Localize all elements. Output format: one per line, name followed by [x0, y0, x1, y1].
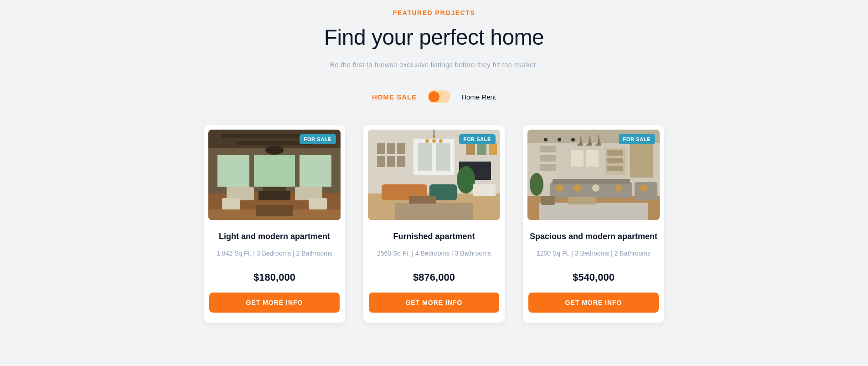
svg-rect-42	[395, 203, 473, 220]
svg-rect-55	[571, 150, 584, 167]
get-more-info-button[interactable]: GET MORE INFO	[369, 293, 499, 313]
svg-point-36	[439, 139, 443, 143]
svg-rect-25	[377, 156, 385, 167]
listing-price: $180,000	[208, 272, 341, 283]
listing-title: Light and modern apartment	[208, 232, 341, 241]
listing-image: FOR SALE	[208, 130, 341, 220]
listing-badge: FOR SALE	[619, 134, 655, 144]
svg-rect-45	[539, 203, 648, 220]
svg-point-47	[544, 138, 548, 141]
toggle-label-rent[interactable]: Home Rent	[461, 93, 496, 101]
svg-rect-13	[222, 198, 240, 209]
listing-card: FOR SALE Furnished apartment 2560 Sq Ft.…	[363, 125, 505, 323]
svg-rect-58	[607, 150, 623, 156]
svg-rect-53	[540, 155, 556, 162]
svg-rect-70	[568, 197, 596, 204]
toggle-knob	[429, 91, 439, 102]
listing-image: FOR SALE	[527, 130, 660, 220]
svg-point-64	[556, 184, 563, 192]
svg-rect-14	[309, 198, 327, 209]
svg-point-69	[640, 184, 647, 192]
svg-rect-40	[473, 184, 496, 196]
svg-point-32	[433, 135, 435, 138]
svg-rect-52	[540, 146, 556, 152]
svg-rect-29	[477, 143, 486, 155]
svg-rect-6	[217, 155, 249, 187]
svg-point-5	[265, 146, 284, 155]
svg-rect-16	[256, 205, 293, 216]
svg-rect-60	[607, 166, 623, 171]
svg-rect-28	[466, 143, 475, 155]
toggle-label-sale[interactable]: HOME SALE	[372, 93, 417, 101]
listing-card: FOR SALE Light and modern apartment 1,84…	[204, 125, 345, 323]
listing-price: $876,000	[368, 272, 500, 283]
svg-rect-30	[489, 143, 497, 155]
listing-specs: 1200 Sq Ft. | 3 Bedrooms | 2 Bathrooms	[527, 250, 660, 257]
listing-specs: 1,842 Sq Ft. | 3 Bedrooms | 2 Bathrooms	[208, 250, 341, 257]
svg-rect-21	[436, 143, 450, 171]
svg-rect-23	[387, 143, 395, 154]
sale-rent-toggle-row: HOME SALE Home Rent	[0, 90, 868, 103]
svg-rect-27	[397, 156, 405, 167]
svg-rect-24	[397, 143, 405, 154]
svg-rect-11	[258, 191, 290, 200]
svg-point-34	[425, 139, 429, 143]
svg-point-48	[558, 138, 561, 141]
svg-rect-12	[263, 187, 286, 191]
svg-rect-71	[541, 196, 555, 205]
sale-rent-toggle[interactable]	[428, 90, 450, 103]
svg-point-37	[457, 166, 475, 193]
svg-rect-8	[300, 155, 331, 187]
listing-badge: FOR SALE	[300, 134, 336, 144]
svg-point-66	[592, 184, 599, 192]
listing-title: Spacious and modern apartment	[527, 232, 660, 241]
svg-rect-59	[607, 158, 623, 163]
listing-price: $540,000	[527, 272, 660, 283]
svg-rect-63	[553, 179, 630, 184]
svg-point-65	[574, 184, 581, 192]
section-title: Find your perfect home	[0, 25, 868, 50]
get-more-info-button[interactable]: GET MORE INFO	[528, 293, 659, 313]
listing-title: Furnished apartment	[368, 232, 500, 241]
listing-image: FOR SALE	[368, 130, 500, 220]
svg-point-61	[530, 173, 543, 196]
svg-rect-7	[254, 155, 295, 187]
svg-rect-20	[418, 143, 432, 171]
svg-point-35	[432, 139, 436, 143]
svg-point-49	[571, 138, 575, 141]
listing-badge: FOR SALE	[459, 134, 496, 144]
svg-point-67	[615, 184, 622, 192]
svg-rect-54	[540, 164, 556, 171]
svg-rect-56	[586, 150, 599, 167]
listing-card: FOR SALE Spacious and modern apartment 1…	[523, 125, 664, 323]
svg-rect-68	[635, 182, 657, 200]
svg-rect-26	[387, 156, 395, 167]
section-subtitle: Be the first to browse exclusive listing…	[0, 61, 868, 68]
svg-rect-22	[377, 143, 385, 154]
listing-cards: FOR SALE Light and modern apartment 1,84…	[0, 125, 868, 323]
get-more-info-button[interactable]: GET MORE INFO	[209, 293, 340, 313]
section-eyebrow: FEATURED PROJECTS	[0, 9, 868, 16]
listing-specs: 2560 Sq Ft. | 4 Bedrooms | 3 Bathrooms	[368, 250, 500, 257]
